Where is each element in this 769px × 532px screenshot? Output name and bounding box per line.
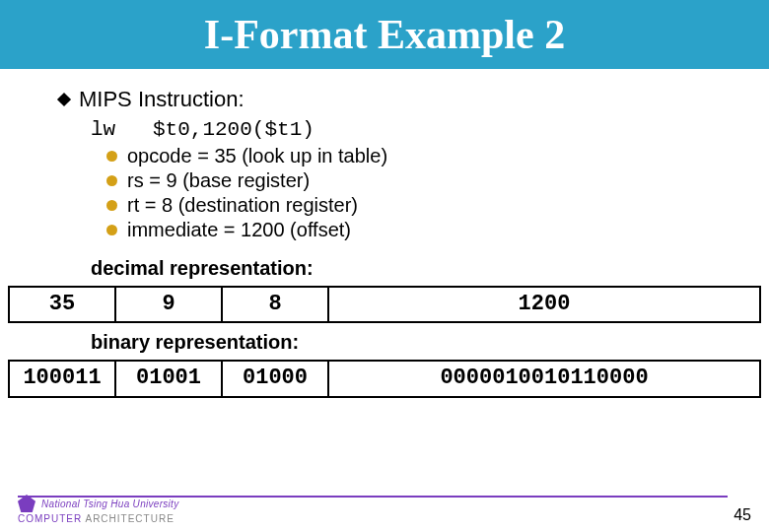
list-item-text: opcode = 35 (look up in table) (127, 145, 387, 167)
list-item: immediate = 1200 (offset) (106, 219, 720, 241)
department-line: COMPUTER ARCHITECTURE (18, 513, 179, 524)
slide-content: MIPS Instruction: lw $t0,1200($t1) opcod… (0, 69, 769, 280)
decimal-rt-cell: 8 (223, 286, 329, 323)
main-bullet: MIPS Instruction: (59, 87, 720, 112)
list-item: opcode = 35 (look up in table) (106, 145, 720, 167)
decimal-field-row: 35 9 8 1200 (8, 286, 761, 323)
dept-computer: COMPUTER (18, 513, 82, 524)
list-item-text: rs = 9 (base register) (127, 169, 310, 192)
binary-immediate-cell: 0000010010110000 (329, 360, 761, 397)
dot-bullet-icon (106, 175, 117, 186)
binary-representation-label: binary representation: (91, 331, 720, 354)
slide-footer: National Tsing Hua University COMPUTER A… (0, 489, 769, 532)
field-breakdown-list: opcode = 35 (look up in table) rs = 9 (b… (106, 145, 720, 241)
page-number: 45 (734, 506, 751, 524)
decimal-immediate-cell: 1200 (329, 286, 761, 323)
binary-rt-cell: 01000 (223, 360, 329, 397)
decimal-rs-cell: 9 (116, 286, 223, 323)
university-branding: National Tsing Hua University (18, 495, 179, 512)
university-logo-icon (18, 495, 35, 512)
binary-opcode-cell: 100011 (8, 360, 116, 397)
main-bullet-text: MIPS Instruction: (79, 87, 245, 112)
decimal-representation-label: decimal representation: (91, 257, 720, 280)
binary-rs-cell: 01001 (116, 360, 223, 397)
dot-bullet-icon (106, 151, 117, 162)
list-item-text: immediate = 1200 (offset) (127, 219, 351, 241)
mips-instruction-code: lw $t0,1200($t1) (91, 118, 720, 141)
dot-bullet-icon (106, 200, 117, 211)
list-item-text: rt = 8 (destination register) (127, 194, 358, 217)
university-name: National Tsing Hua University (41, 499, 179, 509)
list-item: rt = 8 (destination register) (106, 194, 720, 217)
list-item: rs = 9 (base register) (106, 169, 720, 192)
binary-field-row: 100011 01001 01000 0000010010110000 (8, 360, 761, 397)
title-bar: I-Format Example 2 (0, 0, 769, 69)
footer-branding: National Tsing Hua University COMPUTER A… (18, 495, 179, 524)
diamond-bullet-icon (57, 93, 71, 106)
decimal-opcode-cell: 35 (8, 286, 116, 323)
slide-content-2: binary representation: (0, 331, 769, 354)
dept-architecture: ARCHITECTURE (85, 513, 174, 524)
slide-title: I-Format Example 2 (204, 11, 565, 58)
dot-bullet-icon (106, 225, 117, 235)
